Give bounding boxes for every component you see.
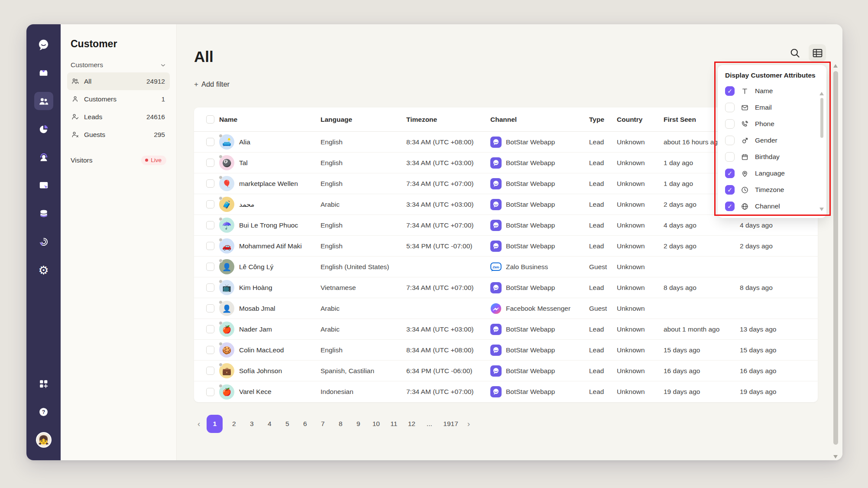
row-checkbox[interactable] <box>206 388 214 396</box>
table-row[interactable]: 📺 Kim Hoàng Vietnamese 7:34 AM (UTC +07:… <box>194 277 818 298</box>
integrations-grid-icon[interactable] <box>34 374 53 393</box>
table-row[interactable]: 🍪 Colin MacLeod English 8:34 AM (UTC +08… <box>194 340 818 361</box>
row-checkbox[interactable] <box>206 325 214 333</box>
search-button[interactable] <box>786 44 803 62</box>
scroll-up-icon[interactable] <box>833 64 838 68</box>
column-header-language[interactable]: Language <box>321 116 406 124</box>
attribute-checkbox[interactable] <box>725 169 735 178</box>
country-cell: Unknown <box>617 242 664 250</box>
scroll-up-icon[interactable] <box>819 92 824 95</box>
customers-icon[interactable] <box>34 92 53 110</box>
analytics-pie-icon[interactable] <box>34 120 53 138</box>
customers-section-header[interactable]: Customers <box>71 61 166 69</box>
row-checkbox[interactable] <box>206 263 214 271</box>
attribute-item[interactable]: Gender <box>725 132 819 149</box>
botstar-logo[interactable] <box>34 36 53 54</box>
column-header-timezone[interactable]: Timezone <box>406 116 490 124</box>
pagination-page-1[interactable]: 1 <box>207 415 223 433</box>
automation-icon[interactable] <box>34 233 53 251</box>
row-checkbox[interactable] <box>206 221 214 229</box>
attribute-checkbox[interactable] <box>725 152 735 162</box>
pagination-page-10[interactable]: 10 <box>369 415 382 433</box>
pagination-prev[interactable]: ‹ <box>196 419 202 429</box>
pagination-page-11[interactable]: 11 <box>387 415 400 433</box>
table-row[interactable]: 🍎 Nader Jam Arabic 3:34 AM (UTC +03:00) … <box>194 319 818 340</box>
channel-name: BotStar Webapp <box>506 388 555 396</box>
database-icon[interactable] <box>34 205 53 223</box>
pagination-page-3[interactable]: 3 <box>245 415 258 433</box>
chevron-down-icon <box>160 62 166 68</box>
attribute-item[interactable]: Email <box>725 99 819 116</box>
attribute-item[interactable]: Language <box>725 165 819 182</box>
attribute-checkbox[interactable] <box>725 86 735 96</box>
live-support-icon[interactable] <box>34 148 53 166</box>
add-filter-button[interactable]: +Add filter <box>194 80 230 89</box>
pagination-page-12[interactable]: 12 <box>405 415 418 433</box>
table-row[interactable]: 👤 Mosab Jmal Arabic Zalo Facebook Messen… <box>194 298 818 319</box>
row-checkbox[interactable] <box>206 159 214 167</box>
main-scrollbar[interactable] <box>832 64 839 459</box>
column-header-channel[interactable]: Channel <box>490 116 589 124</box>
row-checkbox[interactable] <box>206 283 214 292</box>
attribute-item[interactable]: Phone <box>725 116 819 132</box>
avatar: 👤 <box>219 301 234 316</box>
row-checkbox[interactable] <box>206 242 214 250</box>
attribute-item[interactable]: Timezone <box>725 182 819 198</box>
attribute-item[interactable]: Channel <box>725 198 819 215</box>
help-icon[interactable]: ? <box>34 403 53 421</box>
row-checkbox[interactable] <box>206 138 214 146</box>
pagination-next[interactable]: › <box>466 419 472 429</box>
settings-gear-icon[interactable]: ⚙ <box>34 261 53 279</box>
cms-icon[interactable] <box>34 176 53 195</box>
pagination-page-4[interactable]: 4 <box>263 415 276 433</box>
pagination-page-9[interactable]: 9 <box>352 415 365 433</box>
row-checkbox[interactable] <box>206 367 214 375</box>
pagination-page-5[interactable]: 5 <box>281 415 294 433</box>
attribute-item[interactable]: Birthday <box>725 149 819 165</box>
row-checkbox[interactable] <box>206 346 214 354</box>
table-row[interactable]: 💼 Sofía Johnson Spanish, Castilian 6:34 … <box>194 361 818 381</box>
table-row[interactable]: 👤 Lê Công Lý English (United States) Zal… <box>194 257 818 277</box>
popup-scrollbar-thumb[interactable] <box>820 98 823 138</box>
inbox-icon[interactable] <box>34 64 53 82</box>
column-header-country[interactable]: Country <box>617 116 664 124</box>
channel-name: Zalo Business <box>506 263 548 271</box>
sidebar-item-guests[interactable]: Guests 295 <box>67 126 170 143</box>
sidebar-item-customers[interactable]: Customers 1 <box>67 90 170 108</box>
popup-scrollbar[interactable] <box>819 92 824 211</box>
type-cell: Lead <box>589 221 617 229</box>
pagination-page-2[interactable]: 2 <box>227 415 240 433</box>
pagination-page-8[interactable]: 8 <box>334 415 347 433</box>
scroll-down-icon[interactable] <box>819 208 824 211</box>
botstar-webapp-icon <box>490 220 502 231</box>
select-all-checkbox[interactable] <box>206 115 214 124</box>
table-columns-icon <box>812 47 823 59</box>
row-checkbox[interactable] <box>206 179 214 188</box>
pagination-page-6[interactable]: 6 <box>298 415 311 433</box>
sidebar-item-leads[interactable]: Leads 24616 <box>67 108 170 126</box>
channel-name: BotStar Webapp <box>506 138 555 146</box>
column-header-type[interactable]: Type <box>589 116 617 124</box>
attribute-checkbox[interactable] <box>725 136 735 145</box>
attribute-item[interactable]: Name <box>725 83 819 99</box>
table-row[interactable]: 🍎 Varel Kece Indonesian 7:34 AM (UTC +07… <box>194 381 818 402</box>
display-columns-button[interactable] <box>809 44 826 62</box>
attribute-checkbox[interactable] <box>725 202 735 211</box>
pagination-page-7[interactable]: 7 <box>316 415 329 433</box>
table-row[interactable]: ☂️ Bui Le Trong Phuoc English 7:34 AM (U… <box>194 215 818 236</box>
sidebar-item-visitors[interactable]: Visitors Live <box>71 156 166 165</box>
row-checkbox[interactable] <box>206 304 214 312</box>
attribute-checkbox[interactable] <box>725 185 735 195</box>
avatar: 💼 <box>219 363 234 378</box>
user-avatar[interactable]: 👧 <box>34 431 53 449</box>
pagination-page-1917[interactable]: 1917 <box>440 415 460 433</box>
scroll-down-icon[interactable] <box>833 455 838 459</box>
main-scrollbar-thumb[interactable] <box>833 71 838 445</box>
table-row[interactable]: 🚗 Mohammed Atif Maki English 5:34 PM (UT… <box>194 236 818 257</box>
attribute-checkbox[interactable] <box>725 103 735 112</box>
row-checkbox[interactable] <box>206 200 214 208</box>
pagination-ellipsis[interactable]: ... <box>423 415 436 433</box>
attribute-checkbox[interactable] <box>725 119 735 129</box>
sidebar-item-all[interactable]: All 24912 <box>67 72 170 90</box>
column-header-name[interactable]: Name <box>217 116 321 124</box>
